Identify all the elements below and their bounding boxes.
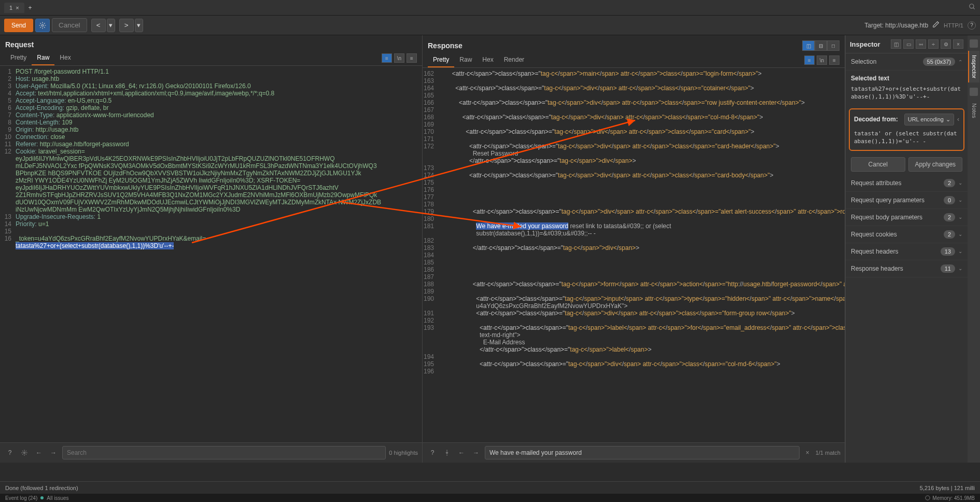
layout-split-v[interactable]: ⊟ [815,40,827,51]
history-nav: < ▾ [91,19,115,32]
inspector-row[interactable]: Request attributes2⌄ [846,175,968,192]
menu-icon[interactable]: ≡ [407,53,417,63]
inspector-panel: Inspector ◫ ▭ ⇿ ÷ ⚙ × Selection 55 (0x37… [845,35,968,463]
layout-buttons: ◫ ⊟ □ [802,40,839,51]
inspector-row[interactable]: Request cookies2⌄ [846,226,968,243]
rail-icon[interactable] [970,88,978,96]
rail-tab-notes[interactable]: Notes [968,99,979,122]
target-label: Target: http://usage.htb [864,22,928,29]
encoding-select[interactable]: URL encoding ⌄ [904,114,954,126]
inspector-row[interactable]: Request body parameters2⌄ [846,209,968,226]
edit-target-icon[interactable] [932,21,940,30]
send-button[interactable]: Send [4,19,33,32]
help-icon[interactable]: ? [427,447,438,458]
tab-pretty[interactable]: Pretty [5,51,32,65]
clear-search-icon[interactable]: × [806,449,809,456]
search-icon[interactable] [969,3,976,12]
chevron-down-icon: ⌄ [958,180,962,186]
cancel-button[interactable]: Cancel [851,157,905,172]
match-count: 1/1 match [816,450,841,456]
request-title: Request [5,40,417,49]
rail-icon[interactable] [970,39,978,48]
chevron-down-icon: ⌄ [958,248,962,254]
svg-point-4 [446,452,448,454]
decoded-value[interactable]: tatasta' or (select substr(database(),1,… [854,130,959,146]
decoded-box: Decoded from: URL encoding ⌄ ‹ tatasta' … [849,108,964,151]
tab-render[interactable]: Render [499,53,529,67]
settings-icon[interactable] [35,19,50,32]
request-tabs: Pretty Raw Hex ≡ \n ≡ [0,51,422,66]
response-search-input[interactable] [485,446,800,459]
history-nav-fwd: > ▾ [119,19,143,32]
inspector-row[interactable]: Request headers13⌄ [846,243,968,260]
inspector-row[interactable]: Response headers11⌄ [846,260,968,277]
history-forward-button[interactable]: > [119,19,134,32]
newline-icon[interactable]: \n [817,55,827,65]
inspector-row[interactable]: Request query parameters0⌄ [846,192,968,209]
status-bar: Done (followed 1 redirection) 5,216 byte… [0,481,980,494]
tab-raw[interactable]: Raw [32,51,54,65]
menu-icon[interactable]: ≡ [829,55,839,65]
newline-icon[interactable]: \n [394,53,404,63]
chevron-down-icon: ⌄ [958,231,962,237]
response-editor[interactable]: 162 <attr-c</span>">class</span>="tag-c<… [423,68,845,442]
response-tabs: Pretty Raw Hex Render ≡ \n ≡ [423,53,845,68]
gear-icon[interactable] [19,447,30,458]
chevron-down-icon: ⌄ [946,116,950,123]
collapse-icon[interactable]: ÷ [928,39,939,49]
inspector-rows: Request attributes2⌄Request query parame… [846,175,968,277]
selection-row[interactable]: Selection 55 (0x37) ⌃ [846,53,968,71]
request-editor[interactable]: 1POST /forget-password HTTP/1.12Host: us… [0,66,422,442]
layout-icon-2[interactable]: ▭ [903,39,914,49]
chevron-down-icon: ⌄ [958,266,962,271]
svg-point-0 [970,4,974,8]
history-back-button[interactable]: < [91,19,106,32]
actions-icon[interactable]: ≡ [804,55,815,65]
help-icon[interactable]: ? [4,447,16,458]
apply-changes-button[interactable]: Apply changes [908,157,963,172]
request-search-input[interactable] [62,446,386,459]
close-icon[interactable]: × [16,5,19,11]
go-icon[interactable]: ‹ [957,116,959,123]
close-icon[interactable]: × [953,39,963,49]
http-version[interactable]: HTTP/1 [944,22,963,29]
response-panel: Response ◫ ⊟ □ Pretty Raw Hex Render ≡ \… [423,35,845,463]
memory-indicator: Memory: 451.9MB [925,495,975,501]
layout-icon[interactable]: ◫ [891,39,901,49]
gear-icon[interactable] [441,447,453,458]
history-dropdown-fwd[interactable]: ▾ [135,19,143,32]
status-text: Done (followed 1 redirection) [5,485,78,491]
cancel-button[interactable]: Cancel [52,18,87,32]
expand-icon[interactable]: ⇿ [916,39,926,49]
tab-hex[interactable]: Hex [477,53,498,67]
chevron-down-icon: ⌄ [958,197,962,203]
new-tab-button[interactable]: + [24,2,36,13]
tab-pretty[interactable]: Pretty [428,53,454,67]
svg-point-3 [24,452,25,454]
gear-icon[interactable]: ⚙ [941,39,951,49]
tab-raw[interactable]: Raw [454,53,477,67]
highlight-count: 0 highlights [389,450,418,456]
tab-bar: 1 × + [0,0,980,16]
prev-match-icon[interactable]: ← [33,447,45,458]
all-issues-link[interactable]: All issues [47,495,68,501]
chevron-up-icon: ⌃ [958,59,962,65]
bottom-bar: Event log (24) All issues Memory: 451.9M… [0,494,980,502]
request-footer: ? ← → 0 highlights [0,442,422,463]
selected-text-value[interactable]: tatasta%27+or+(select+substr(database(),… [851,85,962,101]
status-size: 5,216 bytes | 121 milli [920,485,975,491]
svg-point-2 [41,24,44,26]
prev-match-icon[interactable]: ← [456,447,467,458]
actions-icon[interactable]: ≡ [382,53,392,63]
rail-tab-inspector[interactable]: Inspector [968,51,979,82]
help-icon[interactable]: ? [968,21,976,30]
layout-single[interactable]: □ [827,40,839,51]
history-dropdown[interactable]: ▾ [107,19,115,32]
next-match-icon[interactable]: → [470,447,482,458]
request-tab[interactable]: 1 × [4,3,24,13]
next-match-icon[interactable]: → [48,447,59,458]
event-log-link[interactable]: Event log (24) [5,495,37,501]
layout-split-h[interactable]: ◫ [802,40,815,51]
inspector-title: Inspector [850,40,889,48]
tab-hex[interactable]: Hex [54,51,76,65]
